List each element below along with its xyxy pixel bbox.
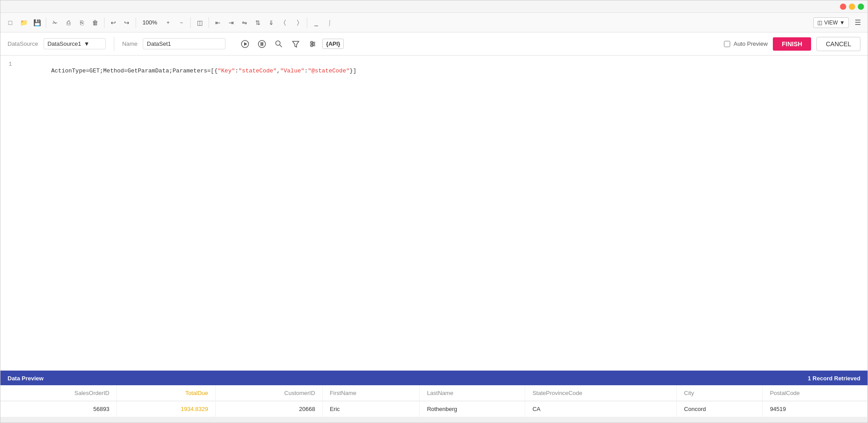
undo-icon[interactable]: ↩: [107, 16, 120, 29]
code-editor[interactable]: 1 ActionType=GET;Method=GetParamData;Par…: [0, 56, 868, 371]
svg-marker-1: [244, 42, 247, 46]
zoom-level: 100%: [139, 19, 161, 26]
view-button[interactable]: ◫ VIEW ▼: [813, 17, 849, 28]
minimize-btn[interactable]: [849, 4, 855, 10]
divider1: [46, 17, 46, 28]
delete-icon[interactable]: 🗑: [89, 16, 101, 29]
code-seg-5: ,: [277, 68, 280, 74]
pause-icon[interactable]: [255, 37, 269, 51]
code-seg-9: }]: [350, 68, 357, 74]
paste-icon[interactable]: ⎘: [76, 16, 88, 29]
search-icon[interactable]: [272, 37, 286, 51]
datasource-label: DataSource: [8, 40, 38, 47]
line-content-1: ActionType=GET;Method=GetParamData;Param…: [16, 61, 868, 81]
table-row: 56893 1934.8329 20668 Eric Rothenberg CA…: [0, 401, 868, 417]
cell-city: Concord: [677, 401, 763, 417]
preview-header: Data Preview 1 Record Retrieved: [0, 371, 868, 385]
code-seg-1: ActionType=GET;Method=GetParamData;Param…: [51, 68, 217, 74]
cell-lastname: Rothenberg: [420, 401, 525, 417]
svg-rect-4: [262, 42, 264, 46]
svg-point-11: [311, 41, 313, 43]
title-bar: [0, 0, 868, 13]
align-left-icon[interactable]: ⇤: [212, 16, 224, 29]
editor-area: 1 ActionType=GET;Method=GetParamData;Par…: [0, 56, 868, 423]
align-icon4[interactable]: ⇅: [252, 16, 264, 29]
maximize-btn[interactable]: [858, 4, 864, 10]
divider2: [104, 17, 104, 28]
zoom-in-icon[interactable]: +: [162, 16, 174, 29]
toolbar-right: ◫ VIEW ▼ ☰: [813, 16, 864, 29]
view-icon: ◫: [817, 20, 822, 26]
svg-point-5: [276, 41, 280, 45]
col-salesorderid: SalesOrderID: [0, 385, 117, 401]
format-icon1[interactable]: ⎯: [310, 16, 322, 29]
auto-preview-checkbox[interactable]: [724, 41, 730, 47]
run-icon[interactable]: [238, 37, 252, 51]
code-seg-6: "Value": [280, 68, 305, 74]
open-icon[interactable]: 📁: [17, 16, 30, 29]
col-lastname: LastName: [420, 385, 525, 401]
col-totaldue: TotalDue: [117, 385, 216, 401]
cell-stateprovincecode: CA: [525, 401, 677, 417]
divider5: [209, 17, 209, 28]
copy-icon[interactable]: ⎙: [62, 16, 75, 29]
cell-customerid: 20668: [216, 401, 323, 417]
record-count: 1 Record Retrieved: [808, 375, 861, 382]
cell-salesorderid: 56893: [0, 401, 117, 417]
redo-icon[interactable]: ↪: [121, 16, 133, 29]
auto-preview-area: Auto Preview: [724, 40, 768, 47]
svg-point-12: [313, 43, 314, 45]
close-btn[interactable]: [840, 4, 846, 10]
col-city: City: [677, 385, 763, 401]
menu-icon[interactable]: ☰: [852, 16, 864, 29]
svg-point-2: [258, 40, 265, 48]
svg-line-6: [280, 45, 282, 47]
format-icon2[interactable]: ⎰: [323, 16, 336, 29]
divider4: [190, 17, 191, 28]
new-icon[interactable]: □: [4, 16, 16, 29]
save-icon[interactable]: 💾: [31, 16, 43, 29]
table-head: SalesOrderID TotalDue CustomerID FirstNa…: [0, 385, 868, 401]
align-icon6[interactable]: 〈: [278, 16, 291, 29]
datasource-select[interactable]: DataSource1 ▼: [44, 38, 106, 49]
svg-marker-7: [293, 41, 299, 47]
col-postalcode: PostalCode: [763, 385, 868, 401]
cell-firstname: Eric: [322, 401, 420, 417]
col-stateprovincecode: StateProvinceCode: [525, 385, 677, 401]
col-firstname: FirstName: [322, 385, 420, 401]
divider6: [307, 17, 307, 28]
code-seg-4: "stateCode": [238, 68, 277, 74]
cut-icon[interactable]: ✁: [49, 16, 61, 29]
main-window: □ 📁 💾 ✁ ⎙ ⎘ 🗑 ↩ ↪ 100% + − ◫ ⇤ ⇥ ⇋ ⇅ ⇓ 〈…: [0, 0, 868, 423]
cell-postalcode: 94519: [763, 401, 868, 417]
svg-point-13: [311, 45, 313, 47]
line-number-1: 1: [0, 61, 16, 68]
code-seg-2: "Key": [217, 68, 235, 74]
layers-icon[interactable]: ◫: [193, 16, 206, 29]
name-label: Name: [122, 40, 138, 47]
view-label: VIEW: [824, 20, 838, 26]
zoom-out-icon[interactable]: −: [175, 16, 188, 29]
align-center-icon[interactable]: ⇥: [225, 16, 237, 29]
api-badge[interactable]: {API}: [322, 39, 344, 49]
ds-icons: {API}: [238, 37, 344, 51]
datasource-value: DataSource1: [48, 40, 81, 47]
bottom-scrollbar[interactable]: [0, 417, 868, 423]
preview-table-wrapper: SalesOrderID TotalDue CustomerID FirstNa…: [0, 385, 868, 417]
data-preview-panel: Data Preview 1 Record Retrieved SalesOrd…: [0, 371, 868, 423]
cancel-button[interactable]: CANCEL: [816, 37, 860, 51]
auto-preview-label: Auto Preview: [734, 40, 768, 47]
code-line-1: 1 ActionType=GET;Method=GetParamData;Par…: [0, 61, 868, 81]
finish-button[interactable]: FINISH: [773, 37, 811, 51]
align-icon3[interactable]: ⇋: [238, 16, 251, 29]
dataset-name-input[interactable]: [143, 38, 225, 49]
settings-icon[interactable]: [305, 37, 320, 51]
table-header-row: SalesOrderID TotalDue CustomerID FirstNa…: [0, 385, 868, 401]
col-customerid: CustomerID: [216, 385, 323, 401]
table-body: 56893 1934.8329 20668 Eric Rothenberg CA…: [0, 401, 868, 417]
svg-rect-3: [261, 42, 262, 46]
code-seg-8: "@stateCode": [308, 68, 350, 74]
align-icon5[interactable]: ⇓: [265, 16, 277, 29]
filter-icon[interactable]: [289, 37, 303, 51]
align-icon7[interactable]: 〉: [292, 16, 304, 29]
